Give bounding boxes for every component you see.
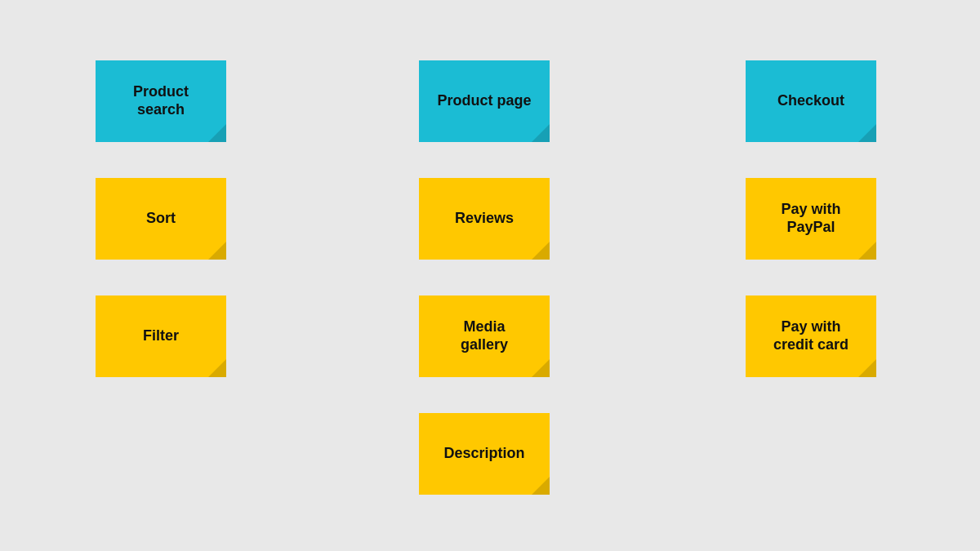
board: Product searchSortFilterProduct pageRevi… bbox=[0, 0, 980, 551]
card-reviews[interactable]: Reviews bbox=[419, 178, 550, 260]
card-product-page-label: Product page bbox=[437, 92, 531, 110]
card-sort-label: Sort bbox=[146, 210, 176, 228]
card-media-gallery[interactable]: Media gallery bbox=[419, 295, 550, 377]
card-product-search[interactable]: Product search bbox=[96, 60, 226, 142]
card-filter[interactable]: Filter bbox=[96, 295, 226, 377]
card-reviews-label: Reviews bbox=[455, 210, 514, 228]
card-filter-label: Filter bbox=[143, 327, 179, 345]
card-product-search-label: Product search bbox=[133, 83, 189, 118]
card-pay-paypal[interactable]: Pay with PayPal bbox=[746, 178, 876, 260]
card-checkout[interactable]: Checkout bbox=[746, 60, 876, 142]
card-checkout-label: Checkout bbox=[777, 92, 844, 110]
card-pay-credit-card[interactable]: Pay with credit card bbox=[746, 295, 876, 377]
card-description-label: Description bbox=[443, 445, 524, 463]
card-product-page[interactable]: Product page bbox=[419, 60, 550, 142]
card-sort[interactable]: Sort bbox=[96, 178, 226, 260]
card-description[interactable]: Description bbox=[419, 413, 550, 495]
card-pay-paypal-label: Pay with PayPal bbox=[781, 201, 840, 236]
card-pay-credit-card-label: Pay with credit card bbox=[773, 318, 849, 353]
card-media-gallery-label: Media gallery bbox=[461, 318, 508, 353]
